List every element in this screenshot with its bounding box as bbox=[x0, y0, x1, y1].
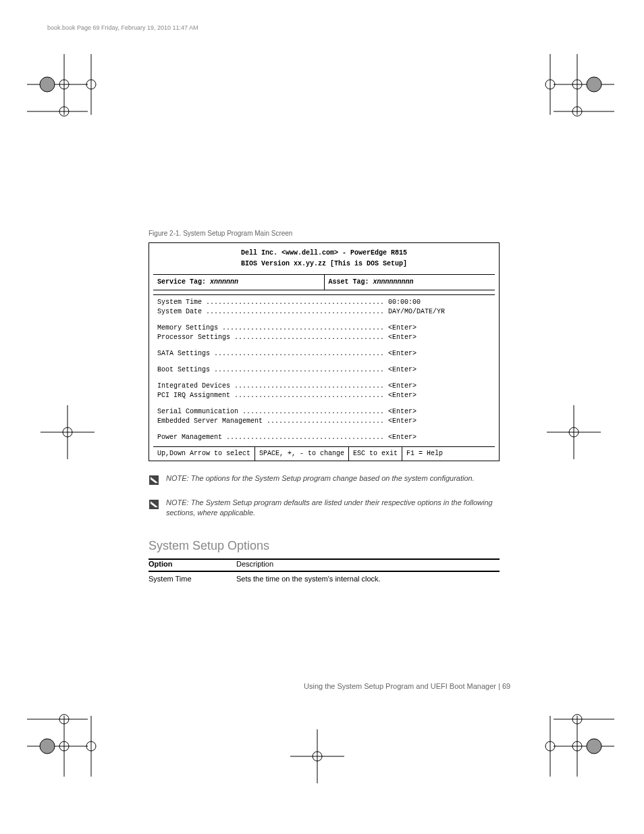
note-icon bbox=[149, 475, 159, 486]
option-row-system-time: System Time Sets the time on the system'… bbox=[149, 575, 500, 585]
asset-tag-label: Asset Tag: bbox=[329, 278, 369, 286]
service-tag-value: xnnnnnn bbox=[210, 278, 238, 286]
service-tag-label: Service Tag: bbox=[157, 278, 206, 286]
crop-mark-mid-left bbox=[41, 405, 95, 459]
service-tag-cell: Service Tag: xnnnnnn bbox=[153, 275, 324, 290]
bios-subtitle: BIOS Version xx.yy.zz [This is DOS Setup… bbox=[149, 259, 499, 269]
svg-point-2 bbox=[40, 77, 55, 92]
note-2: NOTE: The System Setup program defaults … bbox=[149, 498, 500, 519]
note-icon bbox=[149, 499, 159, 510]
bios-menu-item: Power Management .......................… bbox=[157, 433, 491, 442]
bios-menu-item: Embedded Server Management .............… bbox=[157, 417, 491, 426]
bios-menu-item: PCI IRQ Assignment .....................… bbox=[157, 391, 491, 400]
crop-mark-bottom-left bbox=[27, 696, 108, 777]
footer-nav: Up,Down Arrow to select bbox=[153, 447, 255, 461]
bios-menu-item: Memory Settings ........................… bbox=[157, 323, 491, 333]
crop-mark-bottom-right bbox=[533, 696, 614, 777]
asset-tag-value: xnnnnnnnnn bbox=[373, 278, 414, 286]
crop-mark-bottom-center bbox=[290, 729, 344, 783]
tag-row: Service Tag: xnnnnnn Asset Tag: xnnnnnnn… bbox=[153, 274, 495, 290]
crop-mark-mid-right bbox=[547, 405, 601, 459]
footer-exit: ESC to exit bbox=[349, 447, 402, 461]
bios-footer: Up,Down Arrow to select SPACE, +, - to c… bbox=[153, 446, 495, 461]
crop-mark-top-left bbox=[27, 54, 108, 135]
page-number: Using the System Setup Program and UEFI … bbox=[304, 682, 510, 690]
option-time-label: System Time bbox=[149, 575, 236, 583]
option-header-label: Option bbox=[149, 560, 236, 568]
bios-menu-item: System Time ............................… bbox=[157, 298, 491, 307]
asset-tag-cell: Asset Tag: xnnnnnnnnn bbox=[324, 275, 495, 290]
bios-menu-item: Processor Settings .....................… bbox=[157, 333, 491, 342]
note-1-text: NOTE: The options for the System Setup p… bbox=[166, 473, 475, 484]
footer-change: SPACE, +, - to change bbox=[255, 447, 349, 461]
option-header-desc: Description bbox=[236, 560, 500, 568]
bios-title: Dell Inc. <www.dell.com> - PowerEdge R81… bbox=[149, 249, 499, 258]
bios-menu-item: Boot Settings ..........................… bbox=[157, 365, 491, 375]
svg-point-30 bbox=[40, 739, 55, 754]
svg-point-38 bbox=[587, 739, 601, 754]
bios-menu-item: Integrated Devices .....................… bbox=[157, 382, 491, 391]
bios-menu-item: System Date ............................… bbox=[157, 307, 491, 317]
bios-screenshot: Dell Inc. <www.dell.com> - PowerEdge R81… bbox=[149, 242, 500, 461]
figure-caption: Figure 2-1. System Setup Program Main Sc… bbox=[149, 230, 500, 237]
book-file-header: book.book Page 69 Friday, February 19, 2… bbox=[47, 24, 198, 31]
svg-point-10 bbox=[587, 77, 601, 92]
section-heading: System Setup Options bbox=[149, 539, 500, 553]
note-2-text: NOTE: The System Setup program defaults … bbox=[166, 498, 500, 519]
option-time-desc: Sets the time on the system's internal c… bbox=[236, 575, 500, 583]
note-1: NOTE: The options for the System Setup p… bbox=[149, 473, 500, 486]
bios-menu-item: SATA Settings ..........................… bbox=[157, 349, 491, 359]
option-header-row: Option Description bbox=[149, 560, 500, 572]
bios-menu-area: System Time ............................… bbox=[153, 294, 495, 446]
crop-mark-top-right bbox=[533, 54, 614, 135]
bios-menu-item: Serial Communication ...................… bbox=[157, 407, 491, 417]
footer-help: F1 = Help bbox=[402, 447, 447, 461]
